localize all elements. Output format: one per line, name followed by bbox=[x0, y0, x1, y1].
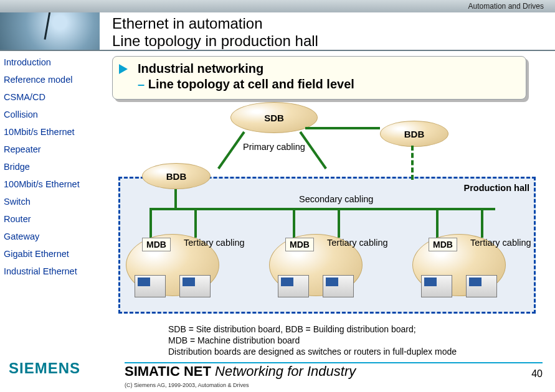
topology-diagram: SDB BDB Primary cabling Production hall … bbox=[112, 102, 542, 320]
footer-title-rest: Networking for Industry bbox=[211, 363, 356, 379]
abbreviation-legend: SDB = Site distribution board, BDB = Bui… bbox=[168, 324, 457, 357]
device-icon bbox=[179, 275, 211, 297]
sidebar-item-bridge[interactable]: Bridge bbox=[0, 158, 106, 175]
page-number: 40 bbox=[531, 368, 543, 380]
mdb-label-2: MDB bbox=[285, 238, 314, 251]
legend-line-2: MDB = Machine distribution board bbox=[168, 335, 457, 346]
content-area: Industrial networking – Line topology at… bbox=[112, 56, 548, 320]
sidebar-item-industrial-ethernet[interactable]: Industrial Ethernet bbox=[0, 263, 106, 280]
sidebar-item-gigabit[interactable]: Gigabit Ethernet bbox=[0, 245, 106, 263]
sidebar-item-collision[interactable]: Collision bbox=[0, 106, 106, 123]
dash-icon: – bbox=[138, 77, 145, 91]
callout-box: Industrial networking – Line topology at… bbox=[112, 56, 526, 100]
sidebar-item-reference-model[interactable]: Reference model bbox=[0, 71, 106, 88]
sidebar-item-introduction[interactable]: Introduction bbox=[0, 54, 106, 71]
legend-line-1: SDB = Site distribution board, BDB = Bui… bbox=[168, 324, 457, 335]
sidebar-item-switch[interactable]: Switch bbox=[0, 193, 106, 210]
footer-title-bold: SIMATIC NET bbox=[125, 363, 211, 379]
bdb-node-left: BDB bbox=[142, 163, 211, 189]
callout-title: Industrial networking bbox=[138, 62, 516, 76]
sidebar-item-router[interactable]: Router bbox=[0, 210, 106, 228]
arrow-icon bbox=[119, 64, 128, 74]
device-icon bbox=[466, 275, 497, 297]
mdb-label-3: MDB bbox=[429, 238, 457, 251]
device-icon bbox=[421, 275, 452, 297]
secondary-cabling-label: Secondary cabling bbox=[299, 194, 373, 204]
footer-title: SIMATIC NET Networking for Industry bbox=[125, 363, 356, 380]
header-image bbox=[0, 12, 100, 51]
sdb-node: SDB bbox=[230, 102, 318, 133]
slide-header: Ethernet in automation Line topology in … bbox=[0, 12, 555, 51]
tertiary-label-1: Tertiary cabling bbox=[184, 238, 245, 248]
device-icon bbox=[135, 275, 166, 297]
sidebar-item-csma-cd[interactable]: CSMA/CD bbox=[0, 88, 106, 106]
sidebar-item-repeater[interactable]: Repeater bbox=[0, 141, 106, 158]
top-bar: Automation and Drives bbox=[0, 0, 555, 12]
callout-subtitle-text: Line topology at cell and field level bbox=[145, 77, 354, 91]
title-line-1: Ethernet in automation bbox=[112, 15, 318, 32]
title-line-2: Line topology in production hall bbox=[112, 32, 318, 50]
tertiary-label-3: Tertiary cabling bbox=[470, 238, 531, 248]
mdb-label-1: MDB bbox=[142, 238, 171, 251]
bdb-node-right: BDB bbox=[380, 121, 448, 147]
copyright-text: (C) Siemens AG, 1999-2003, Automation & … bbox=[125, 382, 249, 388]
sidebar-nav: Introduction Reference model CSMA/CD Col… bbox=[0, 54, 106, 280]
production-hall-label: Production hall bbox=[463, 183, 529, 193]
sidebar-item-gateway[interactable]: Gateway bbox=[0, 228, 106, 245]
primary-cabling-label: Primary cabling bbox=[243, 142, 305, 152]
device-icon bbox=[323, 275, 354, 297]
tertiary-label-2: Tertiary cabling bbox=[327, 238, 388, 248]
sidebar-item-100mbit[interactable]: 100Mbit/s Ethernet bbox=[0, 175, 106, 193]
callout-subtitle: – Line topology at cell and field level bbox=[138, 77, 516, 91]
siemens-logo: SIEMENS bbox=[9, 360, 80, 377]
device-icon bbox=[278, 275, 309, 297]
sidebar-item-10mbit[interactable]: 10Mbit/s Ethernet bbox=[0, 123, 106, 141]
legend-line-3: Distribution boards are designed as swit… bbox=[168, 346, 457, 357]
